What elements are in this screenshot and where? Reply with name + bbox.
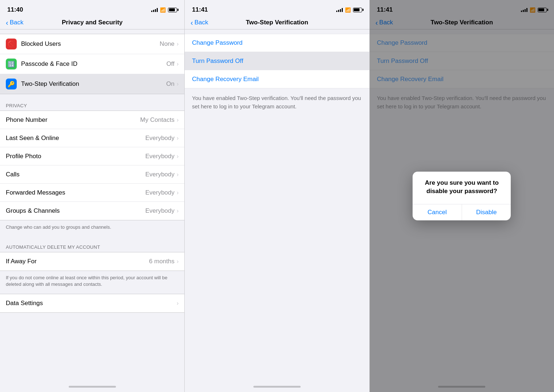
home-indicator-1 (0, 381, 184, 392)
back-chevron-icon-1: ‹ (6, 19, 8, 26)
forwarded-chevron: › (177, 189, 178, 196)
dialog-actions: Cancel Disable (413, 204, 511, 220)
privacy-section-header: PRIVACY (0, 95, 184, 111)
blocked-users-value: None (160, 40, 174, 48)
tsv-list-2: Change Password Turn Password Off Change… (185, 34, 369, 88)
content-2: Change Password Turn Password Off Change… (185, 29, 369, 381)
list-item-profile-photo[interactable]: Profile Photo Everybody › (0, 147, 184, 165)
calls-label: Calls (6, 171, 145, 178)
status-icons-1: 📶 (151, 7, 177, 13)
phone-label: Phone Number (6, 116, 140, 124)
profile-photo-chevron: › (177, 153, 178, 160)
two-step-value: On (166, 80, 174, 88)
nav-bar-1: ‹ Back Privacy and Security (0, 16, 184, 29)
confirm-dialog: Are you sure you want to disable your pa… (413, 172, 511, 220)
home-bar-1 (69, 386, 116, 388)
dialog-title: Are you sure you want to disable your pa… (413, 172, 511, 198)
tsv-change-password-label: Change Password (192, 39, 242, 47)
content-1: 🚫 Blocked Users None › 🔢 Passcode & Face… (0, 29, 184, 381)
status-icons-2: 📶 (336, 7, 362, 13)
list-item-away[interactable]: If Away For 6 months › (0, 252, 184, 271)
away-chevron: › (177, 258, 178, 265)
list-item-data-settings[interactable]: Data Settings › (0, 294, 184, 312)
panel-2: 11:41 📶 ‹ Back Two-Step Verification Cha… (184, 0, 369, 392)
dialog-overlay: Are you sure you want to disable your pa… (370, 0, 554, 392)
tsv-change-recovery-label: Change Recovery Email (192, 76, 258, 83)
back-button-2[interactable]: ‹ Back (190, 19, 208, 26)
auto-delete-group: If Away For 6 months › (0, 252, 184, 271)
list-item-forwarded[interactable]: Forwarded Messages Everybody › (0, 184, 184, 202)
two-step-icon: 🔑 (6, 79, 17, 89)
tsv-change-password[interactable]: Change Password (185, 34, 369, 52)
status-time-2: 11:41 (192, 6, 208, 13)
blocked-users-icon: 🚫 (6, 39, 17, 49)
nav-title-1: Privacy and Security (62, 19, 123, 26)
forwarded-label: Forwarded Messages (6, 189, 145, 196)
signal-icon-1 (151, 8, 158, 12)
data-settings-chevron: › (177, 300, 178, 307)
panel-3: 11:41 📶 ‹ Back Two-Step Verification Cha… (369, 0, 554, 392)
signal-icon-2 (336, 8, 343, 12)
auto-delete-note: If you do not come online at least once … (0, 272, 184, 293)
profile-photo-label: Profile Photo (6, 153, 145, 160)
auto-delete-section-header: AUTOMATICALLY DELETE MY ACCOUNT (0, 236, 184, 252)
back-label-2: Back (194, 19, 208, 26)
groups-chevron: › (177, 208, 178, 214)
last-seen-label: Last Seen & Online (6, 135, 145, 142)
calls-chevron: › (177, 171, 178, 178)
groups-label: Groups & Channels (6, 207, 145, 215)
status-bar-2: 11:41 📶 (185, 0, 369, 16)
phone-chevron: › (177, 117, 178, 123)
groups-value: Everybody (145, 207, 174, 215)
tsv-change-recovery[interactable]: Change Recovery Email (185, 70, 369, 88)
wifi-icon-1: 📶 (160, 7, 166, 13)
list-item-calls[interactable]: Calls Everybody › (0, 165, 184, 184)
blocked-users-label: Blocked Users (21, 40, 160, 48)
list-item-blocked-users[interactable]: 🚫 Blocked Users None › (0, 34, 184, 54)
data-settings-group: Data Settings › (0, 294, 184, 313)
privacy-list-group: Phone Number My Contacts › Last Seen & O… (0, 111, 184, 220)
status-time-1: 11:40 (7, 6, 23, 13)
forwarded-value: Everybody (145, 189, 174, 196)
blocked-users-chevron: › (177, 41, 178, 47)
tsv-turn-off-label: Turn Password Off (192, 57, 243, 65)
passcode-chevron: › (177, 61, 178, 67)
profile-photo-value: Everybody (145, 153, 174, 160)
list-item-two-step[interactable]: 🔑 Two-Step Verification On › (0, 74, 184, 94)
back-chevron-icon-2: ‹ (190, 19, 193, 26)
wifi-icon-2: 📶 (345, 7, 351, 13)
list-item-phone[interactable]: Phone Number My Contacts › (0, 111, 184, 129)
disable-button[interactable]: Disable (462, 204, 511, 220)
phone-value: My Contacts (140, 116, 174, 124)
passcode-value: Off (166, 60, 174, 68)
away-label: If Away For (6, 258, 149, 265)
back-button-1[interactable]: ‹ Back (6, 19, 23, 26)
away-value: 6 months (149, 258, 174, 265)
groups-footer: Change who can add you to groups and cha… (0, 221, 184, 236)
calls-value: Everybody (145, 171, 174, 178)
last-seen-value: Everybody (145, 135, 174, 142)
tsv-turn-off[interactable]: Turn Password Off (185, 52, 369, 70)
panel-1: 11:40 📶 ‹ Back Privacy and Security 🚫 (0, 0, 184, 392)
battery-icon-2 (353, 8, 362, 12)
passcode-label: Passcode & Face ID (21, 60, 166, 68)
list-item-last-seen[interactable]: Last Seen & Online Everybody › (0, 129, 184, 147)
nav-title-2: Two-Step Verification (246, 19, 308, 26)
last-seen-chevron: › (177, 135, 178, 141)
nav-bar-2: ‹ Back Two-Step Verification (185, 16, 369, 29)
status-bar-1: 11:40 📶 (0, 0, 184, 16)
home-bar-2 (253, 386, 301, 388)
list-item-passcode[interactable]: 🔢 Passcode & Face ID Off › (0, 54, 184, 74)
back-label-1: Back (10, 19, 24, 26)
cancel-button[interactable]: Cancel (413, 204, 462, 220)
battery-icon-1 (168, 8, 177, 12)
passcode-icon: 🔢 (6, 59, 17, 69)
home-indicator-2 (185, 381, 369, 392)
data-settings-label: Data Settings (6, 300, 177, 307)
two-step-chevron: › (177, 81, 178, 87)
tsv-description-2: You have enabled Two-Step verification. … (185, 88, 369, 116)
list-item-groups[interactable]: Groups & Channels Everybody › (0, 202, 184, 220)
security-list-group: 🚫 Blocked Users None › 🔢 Passcode & Face… (0, 34, 184, 94)
tsv-desc-text-2: You have enabled Two-Step verification. … (192, 95, 361, 109)
two-step-label: Two-Step Verification (21, 80, 166, 88)
